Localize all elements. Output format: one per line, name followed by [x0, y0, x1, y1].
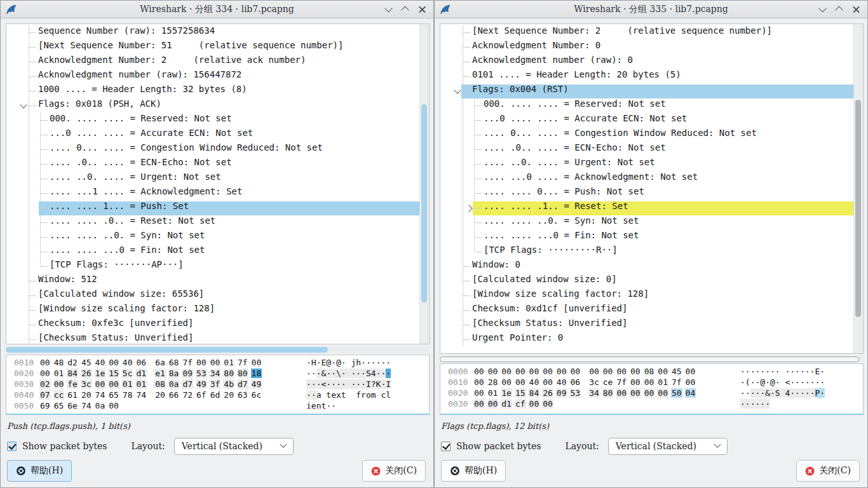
hex-bytes[interactable]: 00000000000000000000000008004500: [473, 367, 724, 376]
hex-row[interactable]: 00300000d1cf0000······: [440, 399, 863, 410]
hex-row[interactable]: 001000280000400040063cce7f0000017f00·(··…: [440, 377, 863, 388]
tree-row[interactable]: Window: 0: [440, 259, 853, 274]
tree-row[interactable]: [Window size scaling factor: 128]: [6, 303, 419, 318]
scrollbar-thumb[interactable]: [855, 100, 861, 317]
hex-row[interactable]: 00300200fe3c00000101080ad7493f4bd749···<…: [6, 379, 429, 390]
tree-row[interactable]: [Calculated window size: 0]: [440, 274, 853, 288]
tree-row[interactable]: .... ..0. .... = Urgent: Not set: [6, 172, 419, 186]
hex-ascii[interactable]: ···&··\· ···S4···: [306, 369, 391, 378]
hex-row[interactable]: 0020000184261e155cd1e18a095334808018···&…: [6, 369, 429, 379]
hex-ascii[interactable]: ·H·E@·@· jh······: [306, 358, 391, 367]
tree-row-label: Flags: 0x004 (RST): [440, 84, 569, 94]
layout-select[interactable]: Vertical (Stacked): [608, 438, 728, 455]
titlebar[interactable]: Wireshark · 分组 334 · lib7.pcapng: [1, 1, 433, 18]
layout-select[interactable]: Vertical (Stacked): [174, 438, 294, 455]
close-icon[interactable]: [419, 6, 426, 13]
tree-row[interactable]: .... .... ..0. = Syn: Not set: [440, 215, 853, 230]
hex-ascii[interactable]: ·····&·S 4·····P·: [740, 388, 825, 398]
tree-row[interactable]: .... .... ...0 = Fin: Not set: [440, 230, 853, 245]
tree-row[interactable]: [Checksum Status: Unverified]: [6, 332, 419, 344]
tree-row[interactable]: .... .... 0... = Push: Not set: [440, 186, 853, 201]
tree-row[interactable]: [Next Sequence Number: 51 (relative sequ…: [6, 40, 419, 55]
tree-row[interactable]: [Calculated window size: 65536]: [6, 288, 419, 303]
tree-row[interactable]: 000. .... .... = Reserved: Not set: [440, 98, 853, 113]
hex-ascii[interactable]: ······: [740, 399, 770, 409]
tree-row[interactable]: [TCP Flags: ·······AP···]: [6, 259, 419, 274]
hex-ascii[interactable]: ·(··@·@· <·······: [740, 377, 825, 387]
hex-bytes[interactable]: 0000d1cf0000: [473, 399, 724, 409]
hex-row[interactable]: 00100048d245400040066a687f0000017f00·H·E…: [6, 358, 429, 369]
vertical-scrollbar[interactable]: [419, 24, 429, 344]
tree-row[interactable]: .... .... ...0 = Fin: Not set: [6, 245, 419, 259]
tree-row-label: .... .... 1... = Push: Set: [6, 201, 189, 211]
hex-bytes[interactable]: 69656e740a00: [39, 401, 290, 410]
tree-row[interactable]: 0101 .... = Header Length: 20 bytes (5): [440, 69, 853, 84]
hex-ascii[interactable]: ··a text from cl: [306, 390, 391, 400]
tree-row[interactable]: .... 0... .... = Congestion Window Reduc…: [6, 142, 419, 157]
tree-row[interactable]: Window: 512: [6, 274, 419, 288]
tree-row[interactable]: .... ...0 .... = Acknowledgment: Not set: [440, 172, 853, 186]
show-packet-bytes-checkbox[interactable]: [7, 442, 17, 451]
tree-row[interactable]: .... 0... .... = Congestion Window Reduc…: [440, 128, 853, 142]
tree-row[interactable]: Acknowledgment number (raw): 0: [440, 55, 853, 69]
tree-row[interactable]: 000. .... .... = Reserved: Not set: [6, 113, 419, 128]
hex-bytes[interactable]: 00011e15842609533480000000005004: [473, 388, 724, 398]
scrollbar-thumb[interactable]: [6, 347, 328, 353]
tree-row-label: 1000 .... = Header Length: 32 bytes (8): [6, 84, 247, 94]
titlebar[interactable]: Wireshark · 分组 335 · lib7.pcapng: [435, 1, 867, 18]
vertical-scrollbar[interactable]: [853, 24, 863, 353]
tree-row[interactable]: .... ..0. .... = Urgent: Not set: [440, 157, 853, 172]
close-icon[interactable]: [853, 6, 860, 13]
scrollbar-thumb[interactable]: [440, 356, 859, 362]
close-button[interactable]: 关闭(C): [362, 460, 426, 482]
tree-row[interactable]: .... .... 1... = Push: Set: [6, 201, 419, 215]
chevron-down-icon[interactable]: [384, 4, 393, 13]
horizontal-scrollbar[interactable]: [6, 347, 430, 353]
tree-row[interactable]: .... .... .0.. = Reset: Not set: [6, 215, 419, 230]
tree-row[interactable]: Urgent Pointer: 0: [440, 332, 853, 347]
tree-row[interactable]: Acknowledgment Number: 0: [440, 40, 853, 55]
tree-row-label: [Checksum Status: Unverified]: [6, 332, 193, 342]
hex-bytes[interactable]: 0200fe3c00000101080ad7493f4bd749: [39, 379, 290, 389]
tree-row[interactable]: Checksum: 0xfe3c [unverified]: [6, 318, 419, 332]
tree-row[interactable]: Acknowledgment number (raw): 156447872: [6, 69, 419, 84]
tree-row[interactable]: [Next Sequence Number: 2 (relative seque…: [440, 25, 853, 40]
hex-bytes[interactable]: 00280000400040063cce7f0000017f00: [473, 377, 724, 387]
tree-row-label: .... .... ..0. = Syn: Not set: [6, 230, 205, 240]
tree-row[interactable]: .... .0.. .... = ECN-Echo: Not set: [6, 157, 419, 172]
tree-row[interactable]: .... .... ..0. = Syn: Not set: [6, 230, 419, 245]
tree-row[interactable]: 1000 .... = Header Length: 32 bytes (8): [6, 84, 419, 98]
hex-bytes[interactable]: 000184261e155cd1e18a095334808018: [39, 369, 290, 378]
tree-row[interactable]: ...0 .... .... = Accurate ECN: Not set: [440, 113, 853, 128]
tree-row[interactable]: .... .0.. .... = ECN-Echo: Not set: [440, 142, 853, 157]
hex-row[interactable]: 000000000000000000000000000008004500····…: [440, 367, 863, 377]
hex-ascii[interactable]: ········ ······E·: [740, 367, 825, 376]
tree-row[interactable]: Sequence Number (raw): 1557258634: [6, 25, 419, 40]
chevron-down-icon[interactable]: [818, 4, 827, 13]
hex-row[interactable]: 005069656e740a00ient··: [6, 401, 429, 412]
tree-row[interactable]: .... ...1 .... = Acknowledgment: Set: [6, 186, 419, 201]
hex-row[interactable]: 004007cc6120746578742066726f6d20636c··a …: [6, 390, 429, 401]
help-button[interactable]: 帮助(H): [441, 460, 506, 482]
tree-row[interactable]: Checksum: 0xd1cf [unverified]: [440, 303, 853, 318]
hex-ascii[interactable]: ient··: [306, 401, 336, 410]
tree-row[interactable]: [Window size scaling factor: 128]: [440, 288, 853, 303]
close-circle-icon: [371, 466, 381, 476]
tree-row[interactable]: [Checksum Status: Unverified]: [440, 318, 853, 332]
tree-row[interactable]: ...0 .... .... = Accurate ECN: Not set: [6, 128, 419, 142]
tree-row[interactable]: Flags: 0x004 (RST): [440, 84, 853, 98]
tree-row[interactable]: [TCP Flags: ·········R··]: [440, 245, 853, 259]
show-packet-bytes-checkbox[interactable]: [441, 442, 451, 451]
help-button[interactable]: 帮助(H): [7, 460, 72, 482]
hex-bytes[interactable]: 0048d245400040066a687f0000017f00: [39, 358, 290, 367]
tree-row[interactable]: Flags: 0x018 (PSH, ACK): [6, 98, 419, 113]
scrollbar-thumb[interactable]: [421, 104, 427, 302]
close-button[interactable]: 关闭(C): [796, 460, 860, 482]
horizontal-scrollbar[interactable]: [440, 356, 864, 362]
hex-bytes[interactable]: 07cc6120746578742066726f6d20636c: [39, 390, 290, 400]
tree-row[interactable]: Acknowledgment Number: 2 (relative ack n…: [6, 55, 419, 69]
packet-bytes-view: 000000000000000000000000000008004500····…: [440, 363, 864, 415]
tree-row[interactable]: .... .... .1.. = Reset: Set: [440, 201, 853, 215]
hex-ascii[interactable]: ···<···· ···I?K·I: [306, 379, 391, 389]
hex-row[interactable]: 002000011e15842609533480000000005004····…: [440, 388, 863, 399]
